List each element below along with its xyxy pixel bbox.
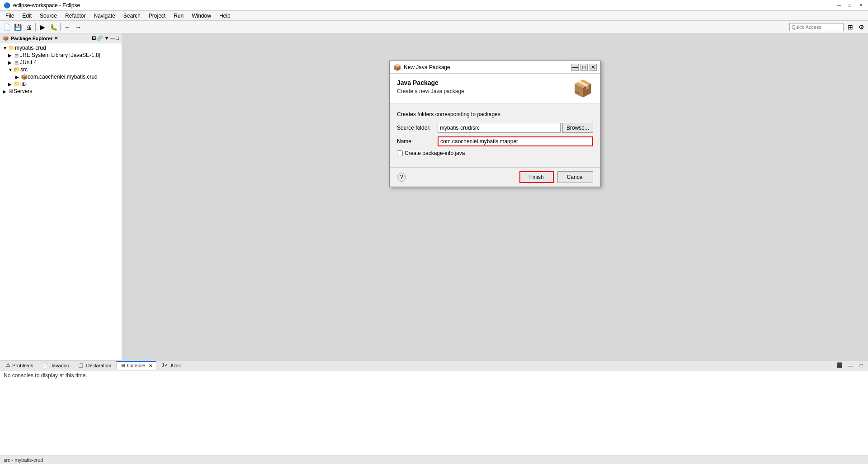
browse-button[interactable]: Browse...: [562, 123, 593, 133]
dialog-minimize-button[interactable]: —: [571, 64, 579, 71]
console-content: No consoles to display at this time.: [0, 370, 868, 455]
tab-problems[interactable]: ⚠ Problems: [2, 361, 37, 370]
run-button[interactable]: ▶: [38, 22, 47, 32]
menu-file[interactable]: File: [2, 12, 18, 20]
project-icon: 📁: [8, 45, 15, 51]
tree-label-servers: Servers: [14, 88, 32, 94]
sidebar-content: ▼ 📁 mybatis-crud ▶ ☕ JRE System Library …: [0, 43, 122, 360]
toolbar-separator-1: [35, 23, 36, 31]
menu-run[interactable]: Run: [170, 12, 187, 20]
tab-declaration-label: Declaration: [86, 363, 111, 368]
source-folder-label: Source folder:: [397, 125, 438, 131]
dialog-title-text: New Java Package: [404, 64, 450, 70]
tab-junit[interactable]: J✔ JUnit: [157, 361, 185, 370]
tree-toggle-package[interactable]: ▶: [15, 75, 21, 80]
close-button[interactable]: ✕: [857, 2, 864, 9]
tab-console-label: Console: [127, 363, 145, 368]
console-close-icon[interactable]: ✕: [149, 363, 152, 368]
debug-button[interactable]: 🐛: [48, 22, 58, 32]
sidebar-header: 📦 Package Explorer ✕ ⊟ 🔗 ▼ — □: [0, 33, 122, 43]
toolbar: 📄 💾 🖨 ▶ 🐛 ← → ⊞ ⚙: [0, 21, 868, 33]
menu-source[interactable]: Source: [36, 12, 61, 20]
link-editor-icon[interactable]: 🔗: [97, 35, 103, 41]
forward-button[interactable]: →: [73, 22, 83, 32]
sidebar-close-icon[interactable]: ✕: [54, 36, 58, 41]
minimize-panel-button[interactable]: —: [845, 361, 855, 370]
app-icon: 🔵: [4, 2, 10, 9]
minimize-view-icon[interactable]: —: [110, 35, 115, 41]
dialog-maximize-button[interactable]: □: [580, 64, 588, 71]
create-package-info-checkbox[interactable]: [397, 150, 403, 156]
tree-item-mybatis-crud[interactable]: ▼ 📁 mybatis-crud: [1, 44, 121, 52]
dialog-footer: ? Finish Cancel: [390, 167, 600, 187]
finish-button[interactable]: Finish: [519, 171, 554, 183]
menu-window[interactable]: Window: [188, 12, 215, 20]
tree-item-lib[interactable]: ▶ 📁 lib: [1, 80, 121, 88]
tab-javadoc[interactable]: 📄 Javadoc: [38, 361, 73, 370]
dialog-title-bar: 📦 New Java Package — □ ✕: [390, 61, 600, 74]
console-message: No consoles to display at this time.: [4, 372, 87, 379]
dialog-header-title: Java Package: [397, 79, 466, 86]
content-area: 📦 Package Explorer ✕ ⊟ 🔗 ▼ — □ ▼ 📁 myb: [0, 33, 868, 360]
tree-toggle-servers[interactable]: ▶: [3, 89, 8, 94]
open-console-button[interactable]: ⬛: [835, 361, 844, 370]
maximize-panel-button[interactable]: □: [856, 361, 866, 370]
dialog-header: Java Package Create a new Java package. …: [390, 74, 600, 104]
menu-navigate[interactable]: Navigate: [90, 12, 118, 20]
quick-access-area: ⊞ ⚙: [789, 22, 866, 32]
back-button[interactable]: ←: [62, 22, 72, 32]
main-layout: 📦 Package Explorer ✕ ⊟ 🔗 ▼ — □ ▼ 📁 myb: [0, 33, 868, 455]
print-button[interactable]: 🖨: [24, 22, 33, 32]
bottom-tab-action-icons: ⬛ — □: [835, 361, 866, 370]
tab-problems-label: Problems: [12, 363, 33, 368]
tree-item-package[interactable]: ▶ 📦 com.caochenlei.mybatis.crud: [1, 73, 121, 80]
maximize-button[interactable]: □: [846, 2, 854, 9]
tree-toggle-lib[interactable]: ▶: [8, 82, 14, 87]
menu-search[interactable]: Search: [120, 12, 144, 20]
new-button[interactable]: 📄: [2, 22, 12, 32]
dialog-body: Creates folders corresponding to package…: [390, 104, 600, 167]
menu-bar: File Edit Source Refactor Navigate Searc…: [0, 11, 868, 21]
tree-toggle-jre[interactable]: ▶: [8, 53, 14, 58]
sidebar-menu-icon[interactable]: ▼: [104, 35, 109, 41]
tree-label-junit: JUnit 4: [20, 59, 37, 66]
source-folder-input[interactable]: [438, 123, 561, 133]
tab-console[interactable]: 🖥 Console ✕: [116, 361, 156, 370]
jre-icon: ☕: [14, 52, 20, 58]
maximize-view-icon[interactable]: □: [116, 35, 119, 41]
dialog-description: Creates folders corresponding to package…: [397, 111, 593, 117]
tree-toggle-mybatis-crud[interactable]: ▼: [3, 46, 8, 51]
tree-toggle-src[interactable]: ▼: [8, 67, 14, 72]
editor-area: 📦 New Java Package — □ ✕ Java Package: [122, 33, 868, 360]
save-button[interactable]: 💾: [13, 22, 23, 32]
tree-label-jre: JRE System Library [JavaSE-1.8]: [20, 52, 100, 58]
tree-item-src[interactable]: ▼ 📂 src: [1, 66, 121, 73]
perspectives-button[interactable]: ⊞: [845, 22, 855, 32]
dialog-header-icon: 📦: [573, 79, 593, 98]
menu-refactor[interactable]: Refactor: [61, 12, 89, 20]
menu-help[interactable]: Help: [216, 12, 234, 20]
menu-project[interactable]: Project: [145, 12, 169, 20]
dialog-header-description: Create a new Java package.: [397, 88, 466, 94]
tab-declaration[interactable]: 📋 Declaration: [74, 361, 115, 370]
tree-toggle-junit[interactable]: ▶: [8, 60, 14, 65]
help-button[interactable]: ?: [397, 173, 406, 182]
minimize-button[interactable]: —: [835, 2, 843, 9]
tree-item-servers[interactable]: ▶ 🖥 Servers: [1, 88, 121, 95]
title-bar: 🔵 eclipse-workspace - Eclipse — □ ✕: [0, 0, 868, 11]
tree-item-jre[interactable]: ▶ ☕ JRE System Library [JavaSE-1.8]: [1, 52, 121, 59]
tree-item-junit[interactable]: ▶ ☕ JUnit 4: [1, 59, 121, 66]
menu-edit[interactable]: Edit: [19, 12, 35, 20]
new-java-package-dialog: 📦 New Java Package — □ ✕ Java Package: [389, 61, 601, 187]
dialog-close-button[interactable]: ✕: [590, 64, 597, 71]
tree-label-src: src: [20, 66, 28, 73]
tab-junit-label: JUnit: [170, 363, 181, 368]
collapse-all-icon[interactable]: ⊟: [92, 35, 96, 41]
javadoc-icon: 📄: [42, 362, 48, 368]
name-input[interactable]: [438, 136, 593, 146]
servers-icon: 🖥: [8, 88, 14, 94]
cancel-button[interactable]: Cancel: [557, 171, 593, 183]
settings-button[interactable]: ⚙: [856, 22, 866, 32]
quick-access-input[interactable]: [789, 23, 844, 31]
tab-javadoc-label: Javadoc: [50, 363, 69, 368]
